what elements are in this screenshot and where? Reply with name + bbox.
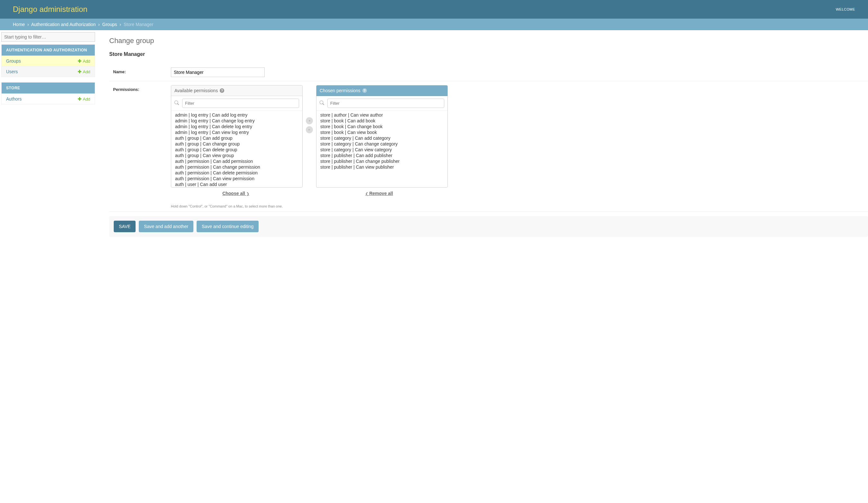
breadcrumb-current: Store Manager (124, 22, 154, 27)
field-row-name: Name: (109, 64, 868, 81)
permission-option[interactable]: store | category | Can view category (317, 147, 447, 153)
add-link[interactable]: ✚ Add (78, 69, 90, 74)
permission-option[interactable]: auth | permission | Can add permission (171, 158, 302, 164)
permission-option[interactable]: store | author | Can view author (317, 112, 447, 118)
model-link[interactable]: Users (6, 69, 18, 74)
permission-option[interactable]: store | book | Can view book (317, 129, 447, 135)
name-label: Name: (113, 67, 171, 77)
chosen-header: Chosen permissions ? (317, 85, 447, 96)
permission-option[interactable]: auth | group | Can add group (171, 135, 302, 141)
page-title: Change group (109, 36, 868, 45)
permission-option[interactable]: auth | user | Can add user (171, 181, 302, 187)
permission-option[interactable]: auth | group | Can view group (171, 153, 302, 158)
permission-option[interactable]: auth | group | Can change group (171, 141, 302, 147)
permission-option[interactable]: auth | permission | Can delete permissio… (171, 170, 302, 176)
permission-option[interactable]: admin | log entry | Can delete log entry (171, 124, 302, 129)
site-title[interactable]: Django administration (13, 5, 87, 14)
content: Change group Store Manager Name: Permiss… (96, 30, 868, 243)
add-link[interactable]: ✚ Add (78, 96, 90, 102)
header: Django administration WELCOME (0, 0, 868, 19)
model-row: Users✚ Add (2, 66, 95, 77)
help-icon[interactable]: ? (362, 88, 367, 93)
permission-option[interactable]: store | publisher | Can change publisher (317, 158, 447, 164)
chosen-filter-input[interactable] (327, 98, 444, 108)
model-row: Groups✚ Add (2, 55, 95, 66)
available-selector: Available permissions ? admin | log entr… (171, 85, 303, 188)
permission-option[interactable]: store | publisher | Can add publisher (317, 153, 447, 158)
permission-option[interactable]: store | category | Can add category (317, 135, 447, 141)
help-icon[interactable]: ? (220, 88, 224, 93)
permission-option[interactable]: auth | permission | Can change permissio… (171, 164, 302, 170)
user-tools[interactable]: WELCOME (836, 7, 855, 11)
permission-option[interactable]: store | book | Can change book (317, 124, 447, 129)
object-name: Store Manager (109, 51, 868, 57)
available-header: Available permissions ? (171, 85, 302, 96)
add-link[interactable]: ✚ Add (78, 59, 90, 64)
add-permission-button[interactable] (306, 117, 313, 124)
sidebar: AUTHENTICATION AND AUTHORIZATIONGroups✚ … (0, 30, 96, 243)
chosen-list[interactable]: store | author | Can view authorstore | … (317, 111, 447, 187)
available-filter-input[interactable] (182, 98, 299, 108)
model-row: Authors✚ Add (2, 93, 95, 104)
permission-option[interactable]: auth | permission | Can view permission (171, 176, 302, 181)
save-add-another-button[interactable]: Save and add another (139, 221, 193, 232)
search-icon (320, 101, 324, 106)
field-row-permissions: Permissions: Available permissions ? (109, 81, 868, 203)
permission-option[interactable]: admin | log entry | Can change log entry (171, 118, 302, 124)
app-caption[interactable]: STORE (2, 83, 95, 93)
chosen-selector: Chosen permissions ? store | author | Ca… (316, 85, 448, 188)
save-continue-button[interactable]: Save and continue editing (197, 221, 259, 232)
breadcrumb-app[interactable]: Authentication and Authorization (31, 22, 96, 27)
permission-option[interactable]: store | publisher | Can view publisher (317, 164, 447, 170)
model-link[interactable]: Authors (6, 96, 21, 102)
choose-all-link[interactable]: Choose all ❯ (171, 188, 301, 199)
permission-option[interactable]: admin | log entry | Can add log entry (171, 112, 302, 118)
app-caption[interactable]: AUTHENTICATION AND AUTHORIZATION (2, 45, 95, 55)
remove-all-link[interactable]: ❮ Remove all (314, 188, 444, 199)
breadcrumb-home[interactable]: Home (13, 22, 25, 27)
remove-permission-button[interactable] (306, 126, 313, 133)
permission-option[interactable]: store | category | Can change category (317, 141, 447, 147)
permission-option[interactable]: admin | log entry | Can view log entry (171, 129, 302, 135)
chevron-left-icon: ❮ (365, 192, 368, 196)
name-input[interactable] (171, 67, 265, 77)
save-button[interactable]: SAVE (114, 221, 136, 232)
breadcrumb: Home › Authentication and Authorization … (0, 19, 868, 30)
search-icon (174, 101, 179, 106)
help-text: Hold down "Control", or "Command" on a M… (109, 203, 868, 211)
plus-icon: ✚ (78, 69, 82, 74)
chevron-right-icon: ❯ (246, 192, 249, 196)
submit-row: SAVE Save and add another Save and conti… (109, 216, 868, 237)
permission-option[interactable]: auth | group | Can delete group (171, 147, 302, 153)
plus-icon: ✚ (78, 96, 82, 102)
model-link[interactable]: Groups (6, 59, 21, 64)
available-list[interactable]: admin | log entry | Can add log entryadm… (171, 111, 302, 187)
breadcrumb-model[interactable]: Groups (102, 22, 117, 27)
plus-icon: ✚ (78, 59, 82, 64)
permissions-label: Permissions: (113, 85, 171, 199)
sidebar-filter-input[interactable] (1, 32, 95, 42)
permission-option[interactable]: store | book | Can add book (317, 118, 447, 124)
